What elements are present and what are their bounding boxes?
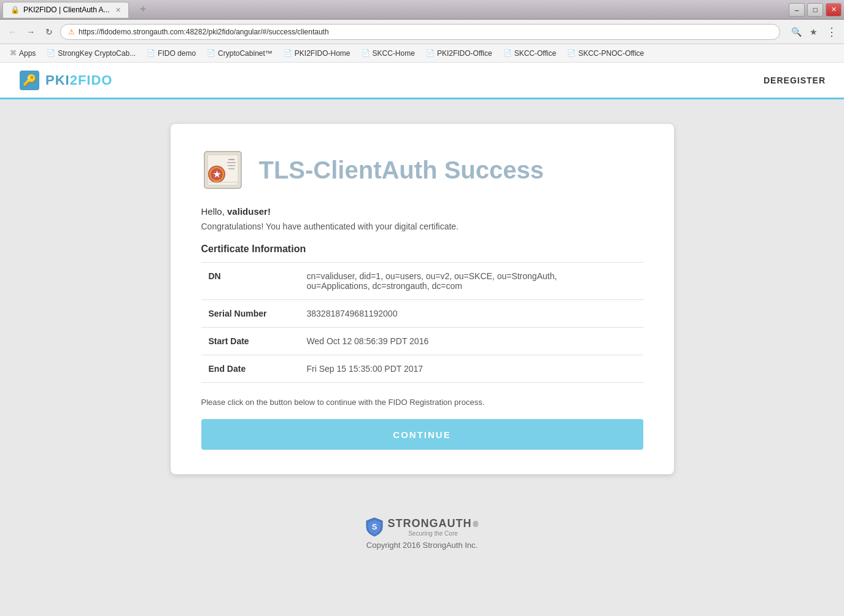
bookmark-star-icon[interactable]: ★ — [806, 25, 821, 39]
enddate-label: End Date — [201, 355, 300, 383]
app-logo: 🔑 PKI2FIDO — [18, 69, 112, 91]
bookmark-skcc-pnoc[interactable]: 📄 SKCC-PNOC-Office — [562, 48, 649, 59]
congrats-text: Congratulations! You have authenticated … — [201, 221, 643, 231]
tab-page-icon: 🔒 — [10, 6, 20, 14]
dn-label: DN — [201, 263, 300, 300]
bookmark-strongkey[interactable]: 📄 StrongKey CryptoCab... — [42, 48, 141, 59]
pki2fido-logo-icon: 🔑 — [18, 69, 41, 91]
address-bar: ← → ↻ ⚠ https://fidodemo.strongauth.com:… — [0, 20, 844, 44]
page-icon-7: 📄 — [503, 49, 512, 57]
deregister-button[interactable]: DEREGISTER — [764, 75, 826, 85]
page-icon-3: 📄 — [207, 49, 215, 57]
bookmark-cryptocabinet[interactable]: 📄 CryptoCabinet™ — [202, 48, 277, 59]
bookmark-skcc-office[interactable]: 📄 SKCC-Office — [498, 48, 561, 59]
table-row: DN cn=validuser, did=1, ou=users, ou=v2,… — [201, 263, 643, 300]
bookmark-strongkey-label: StrongKey CryptoCab... — [58, 49, 136, 58]
page-icon-8: 📄 — [567, 49, 576, 57]
apps-grid-icon: ⌘ — [10, 49, 17, 57]
maximize-button[interactable]: □ — [807, 3, 823, 17]
startdate-label: Start Date — [201, 328, 300, 355]
startdate-value: Wed Oct 12 08:56:39 PDT 2016 — [300, 328, 643, 355]
main-content: ★ TLS-ClientAuth Success Hello, validuse… — [0, 99, 844, 499]
url-text: https://fidodemo.strongauth.com:48282/pk… — [79, 28, 329, 36]
new-tab[interactable]: + — [133, 2, 154, 18]
bookmark-skcc-home[interactable]: 📄 SKCC-Home — [357, 48, 420, 59]
footer-copyright: Copyright 2016 StrongAuth Inc. — [18, 541, 826, 550]
table-row: End Date Fri Sep 15 15:35:00 PDT 2017 — [201, 355, 643, 383]
dn-value: cn=validuser, did=1, ou=users, ou=v2, ou… — [300, 263, 643, 300]
enddate-value: Fri Sep 15 15:35:00 PDT 2017 — [300, 355, 643, 383]
bookmark-cryptocabinet-label: CryptoCabinet™ — [218, 49, 273, 58]
footer-tagline: Securing the Core — [388, 530, 479, 537]
footer-brand-suffix: ® — [473, 520, 479, 529]
page-icon-4: 📄 — [284, 49, 292, 57]
app-header: 🔑 PKI2FIDO DEREGISTER — [0, 63, 844, 99]
table-row: Serial Number 3832818749681192000 — [201, 300, 643, 328]
active-tab[interactable]: 🔒 PKI2FIDO | ClientAuth A... × — [2, 2, 129, 18]
page-icon-1: 📄 — [47, 49, 55, 57]
url-bar[interactable]: ⚠ https://fidodemo.strongauth.com:48282/… — [60, 24, 780, 40]
bookmark-apps-label: Apps — [19, 49, 36, 58]
page-icon-5: 📄 — [362, 49, 370, 57]
app-logo-text: PKI2FIDO — [45, 72, 112, 88]
forward-button[interactable]: → — [23, 25, 38, 39]
footer: S STRONGAUTH ® Securing the Core Copyrig… — [0, 499, 844, 568]
username: validuser! — [227, 206, 271, 217]
page-icon-6: 📄 — [426, 49, 435, 57]
bookmark-pki2fido-office[interactable]: 📄 PKI2FIDO-Office — [421, 48, 497, 59]
svg-text:S: S — [371, 522, 377, 531]
success-title: TLS-ClientAuth Success — [259, 156, 544, 184]
continue-instruction: Please click on the button below to cont… — [201, 398, 643, 407]
window-controls: – □ ✕ — [789, 3, 842, 17]
title-bar: 🔒 PKI2FIDO | ClientAuth A... × + – □ ✕ — [0, 0, 844, 20]
bookmark-fido-label: FIDO demo — [158, 49, 196, 58]
serial-label: Serial Number — [201, 300, 300, 328]
bookmark-skcc-office-label: SKCC-Office — [514, 49, 556, 58]
continue-button[interactable]: CONTINUE — [201, 419, 643, 450]
cert-info-table: DN cn=validuser, did=1, ou=users, ou=v2,… — [201, 262, 643, 383]
url-actions: 🔍 ★ — [789, 25, 821, 39]
svg-text:🔑: 🔑 — [23, 74, 37, 87]
minimize-button[interactable]: – — [789, 3, 805, 17]
page-icon-2: 📄 — [147, 49, 155, 57]
certificate-icon: ★ — [201, 148, 244, 191]
bookmark-apps[interactable]: ⌘ Apps — [5, 48, 41, 59]
bookmarks-bar: ⌘ Apps 📄 StrongKey CryptoCab... 📄 FIDO d… — [0, 44, 844, 63]
table-row: Start Date Wed Oct 12 08:56:39 PDT 2016 — [201, 328, 643, 355]
footer-brand-text: STRONGAUTH — [388, 517, 472, 530]
footer-logo: S STRONGAUTH ® Securing the Core — [18, 517, 826, 537]
tab-close-icon[interactable]: × — [116, 5, 121, 15]
security-warning-icon: ⚠ — [68, 28, 75, 36]
close-button[interactable]: ✕ — [826, 3, 842, 17]
refresh-button[interactable]: ↻ — [42, 25, 56, 39]
title-bar-left: 🔒 PKI2FIDO | ClientAuth A... × + — [2, 2, 153, 18]
footer-brand: STRONGAUTH ® Securing the Core — [388, 517, 479, 537]
cert-section-title: Certificate Information — [201, 244, 643, 255]
chrome-menu-button[interactable]: ⋮ — [824, 25, 839, 39]
bookmark-pki2fido-home-label: PKI2FIDO-Home — [295, 49, 350, 58]
bookmark-pki2fido-home[interactable]: 📄 PKI2FIDO-Home — [279, 48, 355, 59]
success-header: ★ TLS-ClientAuth Success — [201, 148, 643, 191]
bookmark-skcc-home-label: SKCC-Home — [373, 49, 415, 58]
bookmark-pki2fido-office-label: PKI2FIDO-Office — [437, 49, 492, 58]
strongauth-shield-icon: S — [366, 517, 383, 537]
svg-text:★: ★ — [212, 169, 220, 179]
bookmark-skcc-pnoc-label: SKCC-PNOC-Office — [578, 49, 644, 58]
serial-value: 3832818749681192000 — [300, 300, 643, 328]
greeting-text: Hello, validuser! — [201, 206, 643, 217]
back-button[interactable]: ← — [5, 25, 20, 39]
greeting-hello: Hello, — [201, 206, 225, 217]
search-icon[interactable]: 🔍 — [789, 25, 803, 39]
success-card: ★ TLS-ClientAuth Success Hello, validuse… — [171, 124, 674, 474]
browser-content: 🔑 PKI2FIDO DEREGISTER ★ — [0, 63, 844, 616]
bookmark-fido[interactable]: 📄 FIDO demo — [142, 48, 201, 59]
tab-title: PKI2FIDO | ClientAuth A... — [23, 6, 110, 14]
